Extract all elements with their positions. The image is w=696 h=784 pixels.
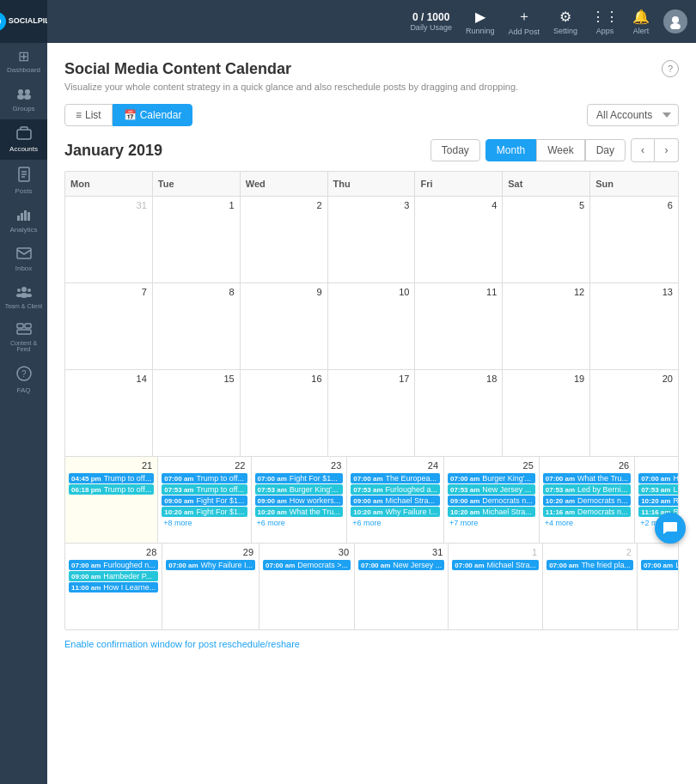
event-jan22-4[interactable]: 10:20 amFight For $1...: [162, 507, 247, 517]
avatar[interactable]: [663, 9, 687, 33]
event-jan22-1[interactable]: 07:00 amTrump to off...: [162, 473, 247, 483]
cal-cell-jan24: 24 07:00 amThe Europea... 07:53 amFurlou…: [347, 457, 444, 543]
more-link-jan24[interactable]: +6 more: [351, 518, 440, 528]
sidebar-item-analytics[interactable]: Analytics: [0, 202, 47, 240]
event-feb2-1[interactable]: 07:00 amThe fried pla...: [546, 560, 633, 570]
event-jan27-2[interactable]: 07:53 amLawmakers p...: [638, 484, 679, 495]
sidebar-item-team[interactable]: Team & Client: [0, 279, 47, 316]
cal-cell-jan30: 30 07:00 amDemocrats >...: [259, 544, 355, 629]
event-jan28-3[interactable]: 11:00 amHow I Learne...: [69, 582, 158, 593]
header-apps[interactable]: ⋮⋮ Apps: [591, 9, 619, 35]
svg-point-1: [18, 89, 23, 94]
top-header: 0 / 1000 Daily Usage ▶ Running ＋ Add Pos…: [47, 0, 696, 43]
event-jan26-1[interactable]: 07:00 amWhat the Tru...: [543, 473, 631, 483]
team-icon: [16, 286, 32, 301]
header-alert[interactable]: 🔔 Alert: [632, 9, 650, 35]
event-jan21-2[interactable]: 06:18 pmTrump to off...: [69, 484, 154, 495]
svg-rect-5: [17, 130, 31, 139]
event-jan27-1[interactable]: 07:00 amHow workers...: [638, 473, 679, 483]
header-add-post[interactable]: ＋ Add Post: [508, 8, 540, 36]
sidebar-item-faq[interactable]: ? FAQ: [0, 359, 47, 401]
cal-cell-feb1: 1 07:00 amMichael Stra...: [449, 544, 543, 629]
accounts-icon: [16, 126, 32, 143]
svg-rect-21: [17, 324, 23, 328]
more-link-jan25[interactable]: +7 more: [448, 518, 535, 528]
sidebar-item-posts[interactable]: Posts: [0, 160, 47, 202]
event-jan21-1[interactable]: 04:45 pmTrump to off...: [69, 473, 154, 483]
event-jan23-3[interactable]: 09:00 amHow workers...: [255, 495, 344, 506]
header-mon: Mon: [65, 172, 153, 196]
sidebar-item-inbox[interactable]: Inbox: [0, 240, 47, 279]
navigation-arrows: ‹ ›: [631, 138, 679, 162]
header-running[interactable]: ▶ Running: [466, 9, 495, 35]
chat-fab[interactable]: [655, 513, 686, 544]
footer-link[interactable]: Enable confirmation window for post resc…: [64, 639, 679, 649]
event-jan23-1[interactable]: 07:00 amFight For $1...: [255, 473, 344, 483]
day-button[interactable]: Day: [585, 139, 626, 161]
cal-row-5: 28 07:00 amFurloughed n... 09:00 amHambe…: [65, 544, 678, 629]
sidebar-item-content[interactable]: Content & Feed: [0, 316, 47, 359]
more-link-jan22[interactable]: +8 more: [162, 518, 247, 528]
cal-cell-dec31: 31: [65, 197, 153, 283]
event-jan25-4[interactable]: 10:20 amMichael Stra...: [448, 507, 535, 517]
event-jan23-2[interactable]: 07:53 amBurger King'...: [255, 484, 344, 495]
svg-point-20: [27, 294, 32, 297]
content-icon: [16, 323, 32, 337]
event-jan28-1[interactable]: 07:00 amFurloughed n...: [69, 560, 158, 570]
account-select[interactable]: All AccountsAccount 1Account 2: [587, 104, 679, 126]
page-subtitle: Visualize your whole content strategy in…: [64, 82, 518, 92]
event-jan23-4[interactable]: 10:20 amWhat the Tru...: [255, 507, 344, 517]
sidebar-item-groups[interactable]: Groups: [0, 81, 47, 119]
add-post-icon: ＋: [517, 8, 531, 26]
sidebar-item-accounts[interactable]: Accounts: [0, 119, 47, 160]
logo[interactable]: SOCIALPILOT: [0, 0, 47, 43]
svg-point-17: [17, 289, 21, 292]
prev-arrow[interactable]: ‹: [631, 138, 655, 162]
cal-cell-jan16: 16: [241, 370, 328, 456]
today-button[interactable]: Today: [430, 139, 480, 161]
month-button[interactable]: Month: [485, 139, 536, 161]
event-jan24-4[interactable]: 10:20 amWhy Failure I...: [351, 507, 440, 517]
svg-point-4: [24, 94, 31, 100]
event-feb3-1[interactable]: 07:00 amLed by Berni...: [641, 560, 679, 570]
event-jan27-3[interactable]: 10:20 amRaise the Wa...: [638, 495, 679, 506]
event-jan25-3[interactable]: 09:00 amDemocrats n...: [448, 495, 535, 506]
more-link-jan26[interactable]: +4 more: [543, 518, 631, 528]
cal-cell-jan11: 11: [415, 283, 503, 369]
list-view-button[interactable]: ≡ List: [64, 104, 113, 126]
main-wrapper: 0 / 1000 Daily Usage ▶ Running ＋ Add Pos…: [47, 0, 696, 784]
event-jan30-1[interactable]: 07:00 amDemocrats >...: [263, 560, 351, 570]
event-jan31-1[interactable]: 07:00 amNew Jersey ...: [358, 560, 444, 570]
sidebar-label-inbox: Inbox: [15, 264, 33, 272]
event-jan24-2[interactable]: 07:53 amFurloughed a...: [351, 484, 440, 495]
nav-toolbar: January 2019 Today Month Week Day ‹ ›: [64, 138, 679, 162]
inbox-icon: [16, 247, 32, 262]
next-arrow[interactable]: ›: [655, 138, 679, 162]
event-jan25-1[interactable]: 07:00 amBurger King'...: [448, 473, 535, 483]
calendar-body: 31 1 2 3 4 5 6 7 8 9 10 11 12 13: [65, 197, 678, 629]
event-jan29-1[interactable]: 07:00 amWhy Failure I...: [166, 560, 255, 570]
event-jan26-4[interactable]: 11:16 amDemocrats n...: [543, 507, 631, 517]
svg-point-3: [17, 94, 24, 100]
sidebar-item-dashboard[interactable]: ⊞ Dashboard: [0, 43, 47, 81]
faq-icon: ?: [16, 366, 32, 384]
event-jan26-3[interactable]: 10:20 amDemocrats n...: [543, 495, 631, 506]
event-jan22-2[interactable]: 07:53 amTrump to off...: [162, 484, 247, 495]
event-jan24-1[interactable]: 07:00 amThe Europea...: [351, 473, 440, 483]
more-link-jan23[interactable]: +6 more: [255, 518, 344, 528]
sidebar-label-content: Content & Feed: [3, 340, 44, 352]
event-jan28-2[interactable]: 09:00 amHambeder P...: [69, 571, 158, 581]
event-jan24-3[interactable]: 09:00 amMichael Stra...: [351, 495, 440, 506]
event-jan26-2[interactable]: 07:53 amLed by Berni...: [543, 484, 631, 495]
event-jan25-2[interactable]: 07:53 amNew Jersey ...: [448, 484, 535, 495]
sidebar-label-team: Team & Client: [5, 303, 43, 309]
event-feb1-1[interactable]: 07:00 amMichael Stra...: [452, 560, 539, 570]
header-setting[interactable]: ⚙ Setting: [553, 9, 577, 35]
help-icon[interactable]: ?: [662, 60, 679, 77]
calendar-view-button[interactable]: 📅 Calendar: [113, 104, 193, 126]
week-button[interactable]: Week: [536, 139, 584, 161]
header-sat: Sat: [503, 172, 590, 196]
cal-cell-jan4: 4: [415, 197, 503, 283]
event-jan22-3[interactable]: 09:00 amFight For $1...: [162, 495, 247, 506]
svg-rect-13: [27, 212, 30, 221]
